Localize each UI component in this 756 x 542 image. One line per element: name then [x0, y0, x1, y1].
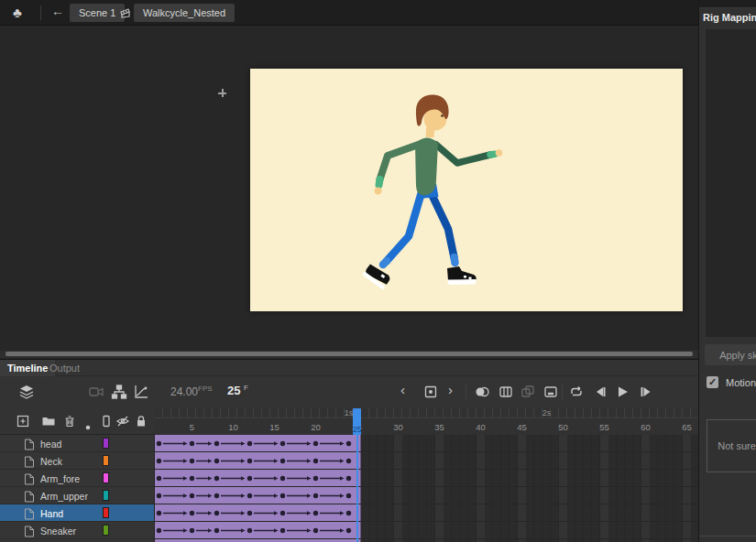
frames-grid[interactable]: [155, 435, 698, 542]
keyframe-dot[interactable]: [157, 476, 161, 481]
keyframe-dot[interactable]: [346, 459, 351, 463]
keyframe-dot[interactable]: [247, 459, 252, 463]
character-back-arm[interactable]: [436, 145, 490, 163]
character-front-shoe[interactable]: [362, 263, 392, 290]
keyframe-dot[interactable]: [247, 441, 252, 446]
keyframe-dot[interactable]: [280, 459, 285, 463]
character-front-cuff[interactable]: [379, 179, 380, 185]
layer-color-chip[interactable]: [103, 438, 109, 449]
keyframe-dot[interactable]: [190, 459, 194, 463]
lock-all-layers-icon[interactable]: [134, 414, 148, 428]
onion-skin-button[interactable]: [474, 384, 490, 400]
keyframe-dot[interactable]: [346, 493, 351, 498]
outline-column-icon[interactable]: [99, 414, 114, 428]
character-back-leg[interactable]: [431, 192, 455, 257]
previous-keyframe-button[interactable]: ‹: [400, 382, 417, 398]
frames-row-arm_fore[interactable]: [155, 470, 698, 487]
layer-row-hand[interactable]: Hand: [0, 504, 154, 522]
layer-row-head[interactable]: head: [0, 435, 154, 452]
graph-editor-icon[interactable]: [133, 384, 149, 400]
layers-stack-icon[interactable]: [18, 384, 35, 400]
pasteboard[interactable]: [0, 26, 698, 352]
character-back-shoe[interactable]: [447, 266, 477, 285]
keyframe-dot[interactable]: [313, 511, 318, 515]
play-button[interactable]: [614, 384, 630, 400]
keyframe-dot[interactable]: [313, 528, 318, 533]
frames-row-hand[interactable]: [155, 504, 698, 522]
tab-output[interactable]: Output: [42, 360, 87, 376]
breadcrumb-symbol[interactable]: Walkcycle_Nested: [134, 4, 235, 22]
tween-span[interactable]: [155, 504, 361, 521]
layer-color-chip[interactable]: [103, 472, 109, 483]
layer-row-arm_upper[interactable]: Arm_upper: [0, 487, 154, 504]
keyframe-dot[interactable]: [346, 528, 351, 533]
horizontal-scrollbar-thumb[interactable]: [5, 352, 693, 356]
layer-row-sneaker[interactable]: Sneaker: [0, 522, 154, 539]
layer-color-chip[interactable]: [103, 507, 109, 518]
rig-preview-area[interactable]: [706, 29, 756, 337]
frames-row-neck[interactable]: [155, 452, 698, 470]
tween-span[interactable]: [155, 452, 361, 469]
character-front-jeans-cuff[interactable]: [383, 261, 387, 265]
apply-skeleton-button[interactable]: Apply ske: [705, 344, 756, 365]
node-hierarchy-icon[interactable]: [111, 384, 127, 400]
insert-keyframe-button[interactable]: [422, 384, 439, 400]
fps-display[interactable]: 24.00FPS: [170, 385, 213, 398]
breadcrumb-scene[interactable]: Scene 1: [70, 4, 125, 22]
keyframe-dot[interactable]: [280, 511, 285, 515]
keyframe-dot[interactable]: [214, 476, 219, 481]
tween-span[interactable]: [155, 487, 361, 504]
keyframe-dot[interactable]: [346, 511, 351, 515]
frames-row-head[interactable]: [155, 435, 698, 452]
layer-row-neck[interactable]: Neck: [0, 452, 154, 470]
tween-span[interactable]: [155, 522, 361, 538]
next-keyframe-button[interactable]: ›: [448, 382, 465, 398]
highlight-dot-icon[interactable]: [84, 418, 99, 433]
character-back-hand[interactable]: [496, 149, 503, 157]
not-sure-button[interactable]: Not sure: [707, 419, 756, 472]
step-forward-button[interactable]: [638, 384, 654, 400]
keyframe-dot[interactable]: [247, 493, 252, 498]
tween-span[interactable]: [155, 470, 361, 486]
delete-layer-button[interactable]: [62, 414, 77, 428]
keyframe-dot[interactable]: [190, 476, 194, 481]
frames-row-arm_upper[interactable]: [155, 487, 698, 504]
keyframe-dot[interactable]: [190, 441, 194, 446]
new-folder-button[interactable]: [41, 414, 56, 428]
layer-color-chip[interactable]: [103, 490, 109, 501]
character-back-jeans-cuff[interactable]: [455, 257, 455, 263]
edit-multiple-frames-button[interactable]: [520, 384, 536, 400]
keyframe-dot[interactable]: [280, 528, 285, 533]
hide-all-layers-icon[interactable]: [115, 414, 130, 428]
keyframe-dot[interactable]: [313, 459, 318, 463]
keyframe-dot[interactable]: [157, 441, 161, 446]
back-arrow-icon[interactable]: ←: [51, 4, 64, 18]
frames-row-sneaker[interactable]: [155, 522, 698, 539]
keyframe-dot[interactable]: [313, 493, 318, 498]
playhead-marker[interactable]: 25: [353, 408, 361, 435]
walkcycle-character[interactable]: [250, 69, 683, 311]
keyframe-dot[interactable]: [346, 441, 351, 446]
layer-color-chip[interactable]: [103, 525, 109, 536]
keyframe-dot[interactable]: [190, 511, 194, 515]
tween-span[interactable]: [155, 435, 361, 451]
new-layer-button[interactable]: [16, 414, 30, 428]
character-front-hand[interactable]: [375, 188, 382, 195]
keyframe-dot[interactable]: [157, 459, 161, 463]
keyframe-dot[interactable]: [247, 511, 252, 515]
character-front-leg[interactable]: [387, 192, 422, 261]
keyframe-dot[interactable]: [190, 528, 194, 533]
keyframe-dot[interactable]: [346, 476, 351, 481]
keyframe-dot[interactable]: [280, 476, 285, 481]
keyframe-dot[interactable]: [214, 528, 219, 533]
step-back-button[interactable]: [592, 384, 608, 400]
keyframe-dot[interactable]: [214, 441, 219, 446]
keyframe-dot[interactable]: [214, 511, 219, 515]
keyframe-dot[interactable]: [157, 493, 161, 498]
current-frame-display[interactable]: 25 F: [227, 384, 248, 397]
keyframe-dot[interactable]: [313, 476, 318, 481]
keyframe-dot[interactable]: [280, 493, 285, 498]
keyframe-dot[interactable]: [313, 441, 318, 446]
keyframe-dot[interactable]: [247, 528, 252, 533]
stage-canvas[interactable]: [250, 69, 683, 311]
